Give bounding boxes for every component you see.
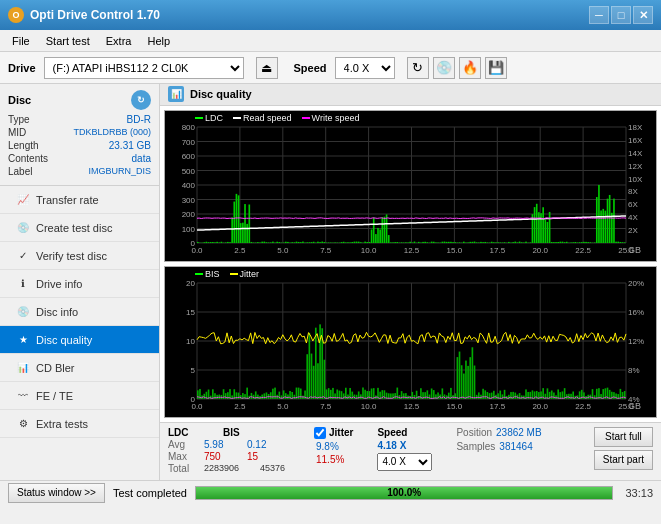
bottom-chart: BIS Jitter [164,266,657,418]
samples-label: Samples [456,441,495,452]
menu-extra[interactable]: Extra [98,33,140,49]
ldc-total-value: 2283906 [204,463,252,473]
bis-avg-value: 0.12 [247,439,277,450]
avg-label: Avg [168,439,196,450]
legend-read-speed-label: Read speed [243,113,292,123]
ldc-max-value: 750 [204,451,239,462]
menu-help[interactable]: Help [139,33,178,49]
top-chart-canvas [165,111,656,261]
ldc-avg-value: 5.98 [204,439,239,450]
legend-ldc-label: LDC [205,113,223,123]
nav-disc-info-label: Disc info [36,306,78,318]
read-speed-color [233,117,241,119]
chart-header-icon: 📊 [168,86,184,102]
nav-create-test-disc[interactable]: 💿 Create test disc [0,214,159,242]
drive-info-icon: ℹ [16,277,30,291]
fe-te-icon: 〰 [16,389,30,403]
save-button[interactable]: 💾 [485,57,507,79]
disc-mid-row: MID TDKBLDRBB (000) [8,127,151,138]
bis-total-value: 45376 [260,463,290,473]
maximize-button[interactable]: □ [611,6,631,24]
status-text: Test completed [113,487,187,499]
nav-drive-info[interactable]: ℹ Drive info [0,270,159,298]
nav-items: 📈 Transfer rate 💿 Create test disc ✓ Ver… [0,186,159,438]
legend-read-speed: Read speed [233,113,292,123]
close-button[interactable]: ✕ [633,6,653,24]
start-full-button[interactable]: Start full [594,427,653,447]
cd-bler-icon: 📊 [16,361,30,375]
create-test-disc-icon: 💿 [16,221,30,235]
max-label: Max [168,451,196,462]
position-label: Position [456,427,492,438]
speed-target-select[interactable]: 4.0 X [377,453,432,471]
disc-mid-label: MID [8,127,26,138]
status-window-button[interactable]: Status window >> [8,483,105,503]
bis-color [195,273,203,275]
stats-bar: LDC BIS Avg 5.98 0.12 Max 750 15 Total 2… [160,422,661,480]
chart-title: Disc quality [190,88,252,100]
status-time: 33:13 [625,487,653,499]
bottom-chart-canvas [165,267,656,417]
bottom-chart-legend: BIS Jitter [195,269,259,279]
eject-button[interactable]: ⏏ [256,57,278,79]
jitter-color [230,273,238,275]
legend-bis-label: BIS [205,269,220,279]
menu-bar: File Start test Extra Help [0,30,661,52]
transfer-rate-icon: 📈 [16,193,30,207]
minimize-button[interactable]: ─ [589,6,609,24]
nav-fe-te-label: FE / TE [36,390,73,402]
nav-verify-test-disc[interactable]: ✓ Verify test disc [0,242,159,270]
drive-select[interactable]: (F:) ATAPI iHBS112 2 CL0K [44,57,244,79]
disc-quality-icon: ★ [16,333,30,347]
disc-button[interactable]: 💿 [433,57,455,79]
disc-label-row: Label IMGBURN_DIS [8,166,151,177]
jitter-checkbox[interactable] [314,427,326,439]
menu-start-test[interactable]: Start test [38,33,98,49]
jitter-avg-value: 9.8% [314,441,353,452]
disc-type-value: BD-R [127,114,151,125]
legend-jitter-label: Jitter [240,269,260,279]
nav-extra-tests-label: Extra tests [36,418,88,430]
disc-type-label: Type [8,114,30,125]
title-controls: ─ □ ✕ [589,6,653,24]
window-title: Opti Drive Control 1.70 [30,8,160,22]
burn-button[interactable]: 🔥 [459,57,481,79]
menu-file[interactable]: File [4,33,38,49]
disc-length-value: 23.31 GB [109,140,151,151]
samples-value: 381464 [499,441,532,452]
nav-fe-te[interactable]: 〰 FE / TE [0,382,159,410]
jitter-col-header: Jitter [329,427,353,438]
speed-icons: ↻ 💿 🔥 💾 [407,57,507,79]
nav-disc-info[interactable]: 💿 Disc info [0,298,159,326]
nav-transfer-rate[interactable]: 📈 Transfer rate [0,186,159,214]
action-buttons: Start full Start part [594,427,653,470]
disc-contents-row: Contents data [8,153,151,164]
left-panel: Disc ↻ Type BD-R MID TDKBLDRBB (000) Len… [0,84,160,480]
refresh-button[interactable]: ↻ [407,57,429,79]
disc-label-label: Label [8,166,32,177]
top-chart: LDC Read speed Write speed [164,110,657,262]
ldc-col-header: LDC [168,427,203,438]
nav-cd-bler[interactable]: 📊 CD Bler [0,354,159,382]
disc-length-row: Length 23.31 GB [8,140,151,151]
legend-write-speed-label: Write speed [312,113,360,123]
speed-label: Speed [294,62,327,74]
disc-header: Disc ↻ [8,90,151,110]
disc-label-value: IMGBURN_DIS [88,166,151,177]
nav-cd-bler-label: CD Bler [36,362,75,374]
speed-select[interactable]: 4.0 X [335,57,395,79]
nav-create-test-disc-label: Create test disc [36,222,112,234]
disc-contents-label: Contents [8,153,48,164]
nav-drive-info-label: Drive info [36,278,82,290]
nav-disc-quality[interactable]: ★ Disc quality [0,326,159,354]
verify-test-disc-icon: ✓ [16,249,30,263]
disc-info-icon: 💿 [16,305,30,319]
disc-refresh-icon[interactable]: ↻ [131,90,151,110]
legend-write-speed: Write speed [302,113,360,123]
nav-disc-quality-label: Disc quality [36,334,92,346]
progress-text: 100.0% [196,487,613,499]
disc-header-label: Disc [8,94,31,106]
start-part-button[interactable]: Start part [594,450,653,470]
nav-extra-tests[interactable]: ⚙ Extra tests [0,410,159,438]
total-label: Total [168,463,196,474]
